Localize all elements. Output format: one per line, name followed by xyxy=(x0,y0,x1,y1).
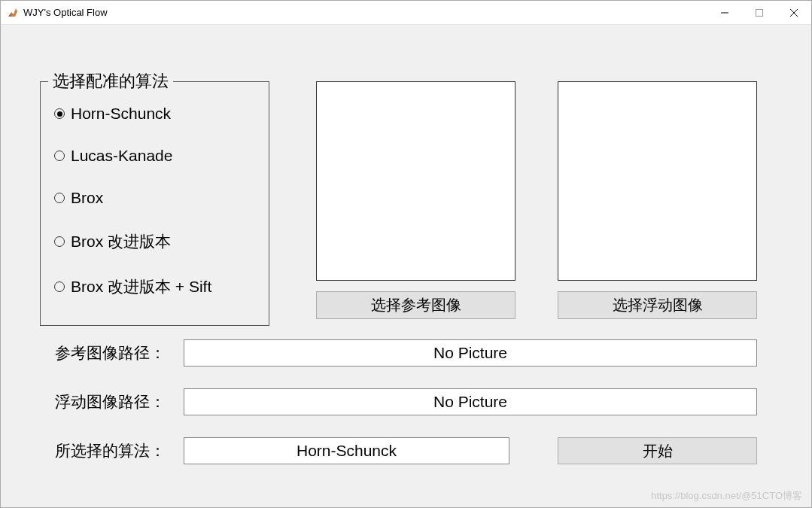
app-window: WJY's Optical Flow 选择配准的算法 Horn-Schunck xyxy=(0,0,812,508)
reference-image-panel xyxy=(316,81,515,281)
radio-label: Lucas-Kanade xyxy=(71,147,172,165)
maximize-button[interactable] xyxy=(742,1,777,24)
select-floating-button[interactable]: 选择浮动图像 xyxy=(558,291,757,319)
radio-brox[interactable]: Brox xyxy=(54,189,255,207)
radio-icon xyxy=(54,193,65,203)
radio-label: Brox 改进版本 + Sift xyxy=(71,276,211,297)
groupbox-title: 选择配准的算法 xyxy=(48,70,173,93)
floating-image-panel xyxy=(558,81,757,281)
close-button[interactable] xyxy=(777,1,811,24)
select-reference-button[interactable]: 选择参考图像 xyxy=(316,291,515,319)
titlebar: WJY's Optical Flow xyxy=(1,1,811,25)
reference-path-value: No Picture xyxy=(184,339,757,367)
selected-algorithm-value: Horn-Schunck xyxy=(184,437,509,464)
algorithm-radio-list: Horn-Schunck Lucas-Kanade Brox Brox 改进版本… xyxy=(41,82,269,297)
radio-icon xyxy=(54,151,65,161)
radio-horn-schunck[interactable]: Horn-Schunck xyxy=(54,105,255,123)
radio-label: Brox xyxy=(71,189,103,207)
radio-lucas-kanade[interactable]: Lucas-Kanade xyxy=(54,147,255,165)
radio-brox-improved-sift[interactable]: Brox 改进版本 + Sift xyxy=(54,276,255,297)
matlab-icon xyxy=(7,7,19,19)
reference-path-label: 参考图像路径： xyxy=(55,342,166,364)
window-title: WJY's Optical Flow xyxy=(23,7,108,18)
watermark: https://blog.csdn.net/@51CTO博客 xyxy=(651,489,802,503)
algorithm-groupbox: 选择配准的算法 Horn-Schunck Lucas-Kanade Brox B… xyxy=(40,81,269,326)
start-button[interactable]: 开始 xyxy=(558,437,757,464)
svg-rect-1 xyxy=(756,9,763,16)
window-controls xyxy=(707,1,811,24)
selected-algorithm-label: 所选择的算法： xyxy=(55,440,166,461)
minimize-button[interactable] xyxy=(707,1,742,24)
client-area: 选择配准的算法 Horn-Schunck Lucas-Kanade Brox B… xyxy=(1,25,811,507)
radio-label: Brox 改进版本 xyxy=(71,231,171,252)
floating-path-label: 浮动图像路径： xyxy=(55,391,166,412)
floating-path-value: No Picture xyxy=(184,388,757,415)
radio-brox-improved[interactable]: Brox 改进版本 xyxy=(54,231,255,252)
radio-icon xyxy=(54,108,65,119)
radio-label: Horn-Schunck xyxy=(71,105,171,123)
radio-icon xyxy=(54,281,65,292)
radio-icon xyxy=(54,236,65,247)
